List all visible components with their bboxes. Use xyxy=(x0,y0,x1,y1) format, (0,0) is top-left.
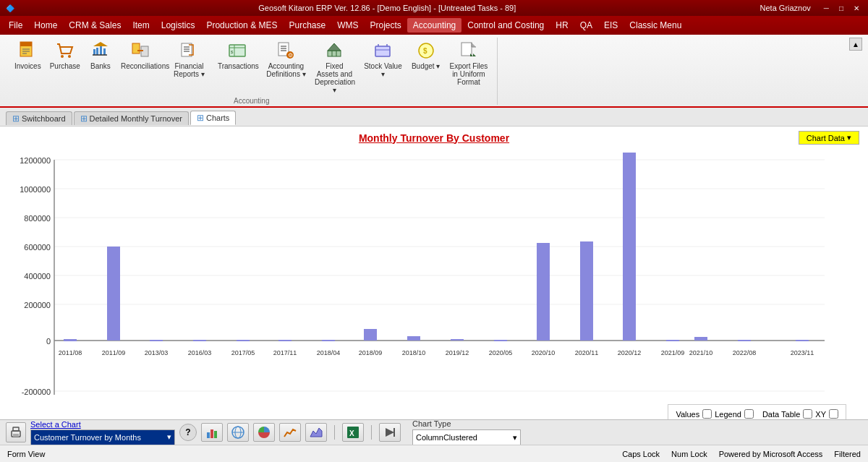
menu-item-accounting[interactable]: Accounting xyxy=(407,18,461,33)
chart-type-label: Chart Type xyxy=(412,419,521,428)
detailed-monthly-label: Detailed Monthly Turnover xyxy=(90,114,182,123)
accounting-definitions-icon: ⚙ xyxy=(274,39,297,62)
close-btn[interactable]: ✕ xyxy=(851,4,862,12)
data-table-checkbox[interactable] xyxy=(803,409,812,419)
chart-dropdown-wrapper: Customer Turnover by Months ▾ xyxy=(30,429,175,445)
svg-text:1000000: 1000000 xyxy=(20,185,51,194)
values-checkbox[interactable] xyxy=(702,409,712,419)
menu-item-control[interactable]: Control and Costing xyxy=(461,18,550,33)
menu-item-crm[interactable]: CRM & Sales xyxy=(63,18,127,33)
bar-2021-09 xyxy=(666,340,679,341)
transactions-label: Transactions xyxy=(218,62,258,70)
export-icon xyxy=(457,39,480,62)
ribbon-btn-banks[interactable]: Banks xyxy=(86,38,115,72)
menu-item-qa[interactable]: QA xyxy=(574,18,598,33)
menu-item-projects[interactable]: Projects xyxy=(365,18,407,33)
ribbon-btn-export[interactable]: Export Files in Uniform Format xyxy=(446,38,491,87)
svg-text:$: $ xyxy=(423,47,427,55)
chart-header-right: Chart Data ▾ xyxy=(576,131,859,145)
svg-text:2018/09: 2018/09 xyxy=(359,349,383,356)
ribbon-btn-purchase[interactable]: Purchase xyxy=(47,38,83,72)
svg-marker-12 xyxy=(93,42,108,46)
svg-text:2021/10: 2021/10 xyxy=(689,349,713,356)
svg-text:2020/11: 2020/11 xyxy=(575,349,599,356)
forward-btn[interactable] xyxy=(379,423,401,442)
maximize-btn[interactable]: □ xyxy=(836,4,846,12)
chart-type-select[interactable]: ColumnClustered ▾ xyxy=(412,429,521,445)
ribbon-btn-fixed-assets[interactable]: Fixed Assets and Depreciation ▾ xyxy=(312,38,357,95)
svg-text:2017/11: 2017/11 xyxy=(273,349,297,356)
chart-header: Monthly Turnover By Customer Chart Data … xyxy=(0,127,868,149)
print-btn[interactable] xyxy=(6,422,26,442)
collapse-ribbon-btn[interactable]: ▲ xyxy=(849,38,862,51)
svg-text:400000: 400000 xyxy=(24,272,51,281)
chart-title: Monthly Turnover By Customer xyxy=(292,132,576,144)
chart-data-button[interactable]: Chart Data ▾ xyxy=(799,131,859,145)
ribbon-btn-stock[interactable]: Stock Value ▾ xyxy=(360,38,406,80)
menu-item-hr[interactable]: HR xyxy=(550,18,574,33)
ribbon-btn-accounting-def[interactable]: ⚙ Accounting Definitions ▾ xyxy=(263,38,309,80)
svg-text:2022/08: 2022/08 xyxy=(733,349,757,356)
help-button[interactable]: ? xyxy=(179,424,197,441)
window-controls: Neta Griaznov ─ □ ✕ xyxy=(760,4,862,12)
ribbon-btn-invoices[interactable]: Invoices xyxy=(12,38,44,72)
tab-charts[interactable]: ⊞ Charts xyxy=(190,111,236,125)
ribbon-btn-transactions[interactable]: $ Transactions xyxy=(215,38,260,72)
status-bar: Form View Caps Lock Num Lock Powered by … xyxy=(0,445,868,462)
banks-icon xyxy=(89,39,112,62)
menu-item-home[interactable]: Home xyxy=(28,18,63,33)
bar-2016-03 xyxy=(193,340,206,341)
menu-item-file[interactable]: File xyxy=(3,18,28,33)
chart-icon-2[interactable] xyxy=(227,423,249,442)
legend-checkbox[interactable] xyxy=(744,409,754,419)
bar-2017-05 xyxy=(237,340,250,341)
chart-icon-5[interactable] xyxy=(305,423,327,442)
svg-text:2023/11: 2023/11 xyxy=(791,349,814,356)
powered-by-label: Powered by Microsoft Access xyxy=(719,450,823,458)
chart-icon-4[interactable] xyxy=(279,423,301,442)
tab-switchboard[interactable]: ⊞ Switchboard xyxy=(6,111,72,125)
accounting-definitions-label: Accounting Definitions ▾ xyxy=(266,62,306,78)
banks-label: Banks xyxy=(90,62,111,70)
tab-detailed-monthly[interactable]: ⊞ Detailed Monthly Turnover xyxy=(74,111,189,125)
tabs-bar: ⊞ Switchboard ⊞ Detailed Monthly Turnove… xyxy=(0,108,868,127)
ribbon-btn-financial[interactable]: Financial Reports ▾ xyxy=(166,38,212,80)
chart-select-box[interactable]: Customer Turnover by Months ▾ xyxy=(30,429,175,445)
fixed-assets-label: Fixed Assets and Depreciation ▾ xyxy=(315,62,354,94)
chart-type-value: ColumnClustered xyxy=(416,433,477,442)
svg-marker-30 xyxy=(328,43,341,51)
menu-item-purchase[interactable]: Purchase xyxy=(283,18,331,33)
charts-tab-icon: ⊞ xyxy=(197,113,204,123)
svg-text:2020/12: 2020/12 xyxy=(618,349,642,356)
filtered-label: Filtered xyxy=(834,450,861,458)
bar-2020-10 xyxy=(537,243,550,341)
svg-text:800000: 800000 xyxy=(24,214,51,223)
menu-item-item[interactable]: Item xyxy=(127,18,155,33)
globe-icon xyxy=(231,425,245,440)
select-chart-label[interactable]: Select a Chart xyxy=(30,420,175,429)
chart-bar-icon xyxy=(205,425,219,440)
menu-item-logistics[interactable]: Logistics xyxy=(156,18,201,33)
bar-2018-10 xyxy=(407,336,420,341)
menu-item-classic[interactable]: Classic Menu xyxy=(624,18,687,33)
transactions-icon: $ xyxy=(226,39,249,62)
ribbon-btn-reconciliations[interactable]: Reconciliations xyxy=(118,38,163,72)
bar-2020-11 xyxy=(580,241,593,341)
invoices-icon xyxy=(16,39,39,62)
detailed-monthly-icon: ⊞ xyxy=(80,114,88,124)
ribbon-btn-budget[interactable]: $ Budget ▾ xyxy=(409,38,443,72)
bar-2021-10 xyxy=(694,337,707,341)
svg-rect-1 xyxy=(20,42,32,46)
menu-item-production[interactable]: Production & MES xyxy=(200,18,283,33)
svg-text:1200000: 1200000 xyxy=(20,156,51,165)
excel-export-btn[interactable]: X xyxy=(342,423,364,442)
menu-item-eis[interactable]: EIS xyxy=(598,18,624,33)
menu-item-wms[interactable]: WMS xyxy=(331,18,364,33)
svg-rect-81 xyxy=(207,432,210,438)
chart-icon-3[interactable] xyxy=(253,423,275,442)
svg-text:2020/10: 2020/10 xyxy=(532,349,556,356)
minimize-btn[interactable]: ─ xyxy=(821,4,832,12)
chart-icon-1[interactable] xyxy=(201,423,223,442)
xy-checkbox[interactable] xyxy=(829,409,838,419)
svg-text:2011/09: 2011/09 xyxy=(102,349,126,356)
